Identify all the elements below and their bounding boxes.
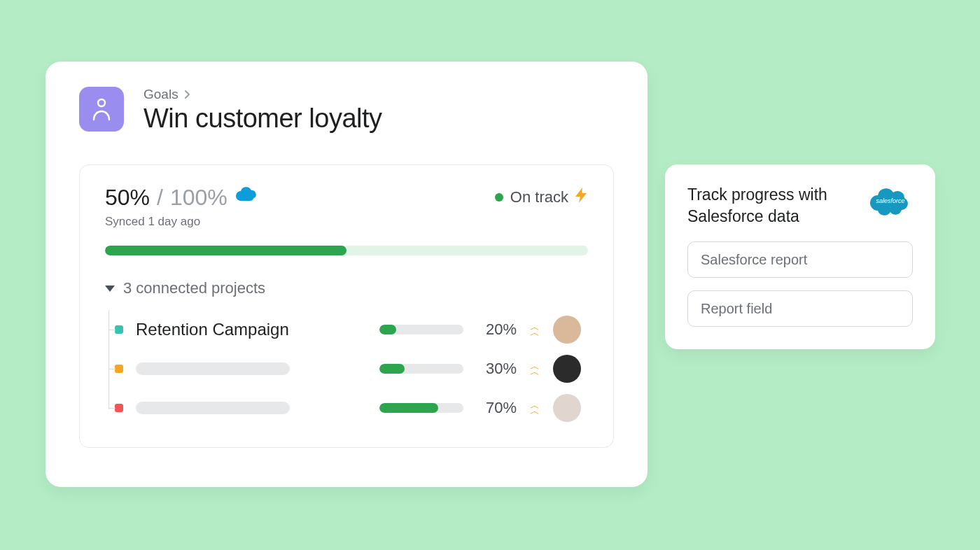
avatar[interactable]	[553, 355, 581, 383]
avatar[interactable]	[553, 394, 581, 422]
project-percent: 30%	[476, 360, 517, 378]
tree-line	[108, 310, 109, 409]
project-row[interactable]: Retention Campaign 20% ︿︿	[115, 310, 588, 349]
progress-value: 50% / 100%	[105, 185, 258, 211]
status-dot-icon	[495, 193, 503, 202]
cloud-icon	[234, 186, 258, 207]
status-badge: On track	[495, 188, 588, 207]
breadcrumb-goals[interactable]: Goals	[144, 87, 178, 102]
goal-card: Goals Win customer loyalty 50% / 100%	[46, 62, 648, 487]
connected-projects-toggle[interactable]: 3 connected projects	[105, 279, 588, 297]
project-name-placeholder	[136, 402, 290, 414]
goal-header: Goals Win customer loyalty	[79, 87, 614, 134]
svg-point-0	[98, 99, 105, 106]
trend-up-icon: ︿︿	[529, 363, 540, 374]
page-title: Win customer loyalty	[144, 104, 382, 134]
trend-up-icon: ︿︿	[529, 324, 540, 335]
project-status-dot	[115, 325, 123, 334]
report-field-input[interactable]: Report field	[687, 290, 913, 327]
progress-sep: /	[157, 185, 163, 211]
input-placeholder: Report field	[701, 301, 772, 317]
progress-target: 100%	[170, 185, 227, 211]
salesforce-logo-icon: salesforce	[868, 184, 913, 219]
salesforce-report-input[interactable]: Salesforce report	[687, 241, 913, 278]
project-row[interactable]: 70% ︿︿	[115, 388, 588, 428]
trend-up-icon: ︿︿	[529, 402, 540, 414]
person-icon	[91, 97, 112, 122]
input-placeholder: Salesforce report	[701, 252, 807, 268]
progress-panel: 50% / 100% Synced 1 day ago On track	[79, 164, 614, 448]
project-name-placeholder	[136, 362, 290, 375]
project-name: Retention Campaign	[136, 320, 367, 339]
projects-list: Retention Campaign 20% ︿︿ 30% ︿︿	[105, 310, 588, 428]
salesforce-side-card: Track progress with Salesforce data sale…	[665, 164, 935, 349]
side-card-title: Track progress with Salesforce data	[687, 184, 857, 227]
project-status-dot	[115, 404, 123, 412]
overall-progress-fill	[105, 246, 346, 255]
status-label: On track	[510, 188, 568, 206]
lightning-icon	[575, 188, 588, 207]
overall-progress-bar	[105, 246, 588, 255]
connected-projects-label: 3 connected projects	[123, 279, 265, 297]
avatar[interactable]	[553, 316, 581, 344]
project-progress-bar	[379, 403, 463, 413]
goal-app-icon	[79, 87, 124, 132]
project-percent: 20%	[476, 320, 517, 339]
progress-current: 50%	[105, 185, 150, 211]
chevron-right-icon	[184, 90, 190, 99]
project-percent: 70%	[476, 399, 517, 417]
breadcrumb[interactable]: Goals	[144, 87, 382, 102]
caret-down-icon	[105, 285, 115, 292]
project-status-dot	[115, 365, 123, 373]
project-progress-bar	[379, 325, 463, 334]
project-row[interactable]: 30% ︿︿	[115, 349, 588, 388]
synced-text: Synced 1 day ago	[105, 215, 258, 229]
svg-text:salesforce: salesforce	[876, 197, 904, 204]
project-progress-bar	[379, 364, 463, 374]
